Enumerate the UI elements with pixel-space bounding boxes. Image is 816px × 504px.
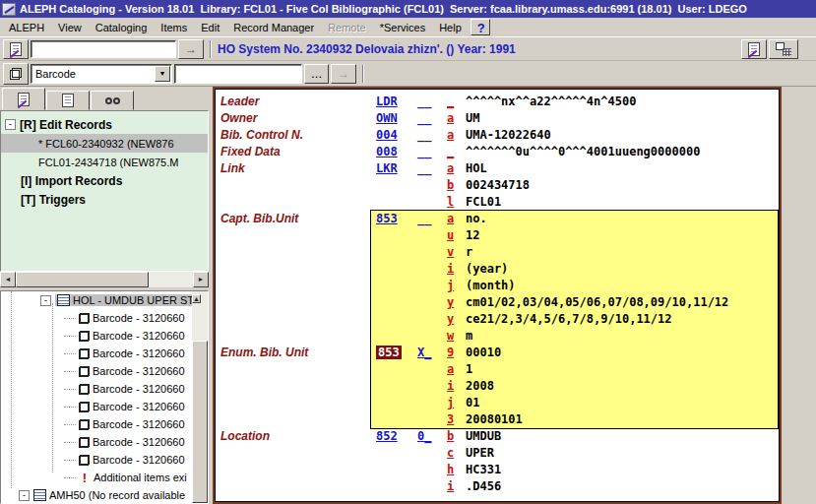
tree-node-amh50[interactable]: - AMH50 (No record available [1, 486, 208, 504]
subfield-value[interactable]: UM [466, 111, 479, 125]
scrollbar-thumb[interactable] [16, 272, 149, 287]
tree-node-barcode[interactable]: Barcode - 3120660 [1, 433, 208, 451]
tree-node-barcode[interactable]: Barcode - 3120660 [1, 309, 208, 327]
menu-item-view[interactable]: View [51, 20, 89, 35]
subfield-code[interactable]: v [447, 245, 466, 259]
subfield-code[interactable]: i [447, 379, 466, 393]
menu-item-items[interactable]: Items [154, 20, 194, 35]
item-button[interactable] [3, 63, 29, 85]
subfield-value[interactable]: (month) [466, 279, 516, 292]
subfield-value[interactable]: HOL [466, 161, 487, 175]
subfield-code[interactable]: l [447, 195, 466, 209]
tree-node-hol[interactable]: - HOL - UMDUB UPER ST [1, 291, 208, 309]
tree-node-edit-records[interactable]: - [R] Edit Records [1, 115, 208, 134]
view-record-button[interactable] [741, 39, 767, 59]
menu-item-aleph[interactable]: ALEPH [2, 20, 51, 35]
scroll-left-icon[interactable]: ◄ [0, 272, 16, 287]
subfield-code[interactable]: a [447, 212, 466, 225]
field-indicators[interactable]: __ [417, 145, 447, 158]
subfield-code[interactable]: j [447, 396, 466, 410]
subfield-value[interactable]: r [466, 245, 472, 259]
subfield-code[interactable]: h [447, 463, 466, 476]
subfield-value[interactable]: 2008 [466, 379, 494, 393]
scroll-up-icon[interactable]: ▲ [192, 294, 201, 303]
field-indicators[interactable]: X_ [417, 346, 447, 359]
barcode-input[interactable] [174, 64, 302, 84]
subfield-value[interactable]: 01 [466, 396, 479, 410]
subfield-code[interactable]: b [447, 178, 466, 192]
subfield-code[interactable]: a [447, 111, 466, 125]
search-type-dropdown[interactable]: Barcode ▼ [31, 64, 172, 84]
collapse-icon[interactable]: - [40, 295, 51, 306]
field-indicators[interactable]: __ [417, 111, 447, 125]
subfield-code[interactable]: i [447, 479, 466, 493]
field-tag[interactable]: 853 [376, 346, 417, 359]
subfield-code[interactable]: c [447, 446, 466, 460]
subfield-value[interactable]: ^^^^^nx^^a22^^^^^4n^4500 [466, 94, 636, 108]
tree-node-barcode[interactable]: Barcode - 3120660 [1, 362, 208, 380]
record-number-input[interactable] [31, 40, 176, 58]
subfield-value[interactable]: m [466, 329, 472, 343]
subfield-value[interactable]: cm01/02,03/04,05/06,07/08,09/10,11/12 [466, 295, 728, 309]
collapse-icon[interactable]: - [5, 119, 16, 130]
tree-node-record-fcl01[interactable]: FCL01-2434718 (NEW875.M [1, 153, 208, 171]
form-view-button[interactable] [769, 39, 798, 59]
tree-node-additional-items[interactable]: ! Additional items exi [1, 469, 208, 486]
go-to-record-button[interactable]: → [178, 39, 204, 59]
tab-edit-records[interactable] [2, 88, 45, 110]
subfield-code[interactable]: a [447, 362, 466, 376]
menu-item-recordmanager[interactable]: Record Manager [226, 20, 321, 35]
subfield-value[interactable]: UMA-12022640 [466, 128, 551, 142]
tree-node-import-records[interactable]: [I] Import Records [1, 171, 208, 190]
open-record-button[interactable] [3, 39, 29, 59]
scroll-right-icon[interactable]: ► [193, 272, 209, 287]
item-go-button[interactable]: → [331, 64, 356, 84]
field-tag[interactable]: LDR [376, 94, 417, 108]
field-indicators[interactable]: __ [417, 94, 447, 108]
subfield-value[interactable]: ce21/2,3/4,5/6,7/8,9/10,11/12 [466, 312, 672, 326]
horizontal-scrollbar[interactable]: ◄ ► [0, 272, 209, 287]
subfield-code[interactable]: w [447, 329, 466, 343]
subfield-code[interactable]: _ [447, 94, 466, 108]
field-indicators[interactable]: __ [417, 212, 447, 225]
subfield-value[interactable]: 00010 [466, 346, 501, 359]
menu-item-services[interactable]: *Services [373, 20, 432, 35]
scrollbar-thumb[interactable] [192, 341, 208, 503]
field-indicators[interactable]: __ [417, 161, 447, 175]
field-indicators[interactable]: 0_ [417, 429, 447, 443]
field-tag[interactable]: 853 [376, 212, 417, 225]
subfield-value[interactable]: (year) [466, 262, 508, 276]
field-indicators[interactable]: __ [417, 128, 447, 142]
subfield-value[interactable]: UPER [466, 446, 494, 460]
subfield-code[interactable]: y [447, 295, 466, 309]
field-tag[interactable]: 008 [376, 145, 417, 158]
tree-node-barcode[interactable]: Barcode - 3120660 [1, 415, 208, 433]
browse-button[interactable]: ... [304, 64, 329, 84]
subfield-code[interactable]: a [447, 128, 466, 142]
subfield-code[interactable]: b [447, 429, 466, 443]
tree-node-barcode[interactable]: Barcode - 3120660 [1, 398, 208, 415]
tree-node-record-fcl60[interactable]: * FCL60-2340932 (NEW876 [1, 134, 208, 153]
subfield-code[interactable]: j [447, 279, 466, 292]
menu-item-cataloging[interactable]: Cataloging [89, 20, 155, 35]
subfield-value[interactable]: FCL01 [466, 195, 501, 209]
vertical-scrollbar[interactable]: ▲ [192, 291, 208, 503]
subfield-code[interactable]: 9 [447, 346, 466, 359]
tab-search[interactable] [91, 91, 134, 110]
help-icon[interactable]: ? [471, 19, 490, 35]
tab-copy-records[interactable] [46, 91, 90, 110]
subfield-code[interactable]: i [447, 262, 466, 276]
subfield-value[interactable]: 002434718 [466, 178, 530, 192]
field-tag[interactable]: 004 [376, 128, 417, 142]
field-tag[interactable]: LKR [376, 161, 417, 175]
subfield-value[interactable]: 20080101 [466, 412, 523, 426]
tree-node-triggers[interactable]: [T] Triggers [1, 190, 208, 209]
tree-node-barcode[interactable]: Barcode - 3120660 [1, 327, 208, 345]
subfield-value[interactable]: 1 [466, 362, 472, 376]
subfield-value[interactable]: 12 [466, 228, 479, 242]
field-tag[interactable]: 852 [376, 429, 417, 443]
tree-node-barcode[interactable]: Barcode - 3120660 [1, 451, 208, 469]
subfield-value[interactable]: HC331 [466, 463, 501, 476]
menu-item-help[interactable]: Help [432, 20, 469, 35]
subfield-value[interactable]: .D456 [466, 479, 501, 493]
